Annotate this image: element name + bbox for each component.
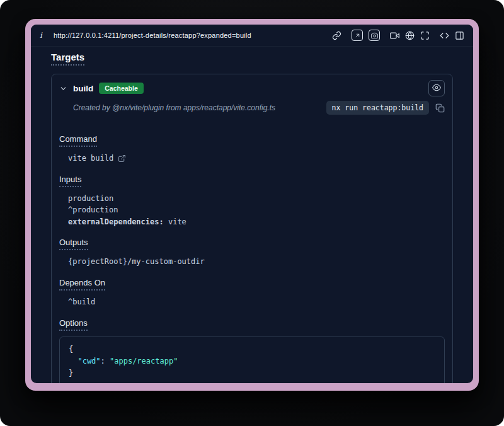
- page-content: Targets build Cacheable: [31, 47, 473, 383]
- titlebar-icons: [332, 30, 464, 41]
- eye-icon: [432, 83, 441, 94]
- json-separator: :: [101, 357, 110, 366]
- fullscreen-icon[interactable]: [420, 31, 430, 40]
- capture-icon[interactable]: [352, 30, 363, 41]
- input-item: production: [68, 193, 445, 205]
- external-dependencies-key: externalDependencies:: [68, 217, 164, 226]
- command-section: Command vite build: [59, 133, 445, 164]
- globe-icon[interactable]: [405, 31, 415, 40]
- options-label: Options: [59, 318, 88, 331]
- json-line: {: [69, 343, 435, 355]
- created-by-text: Created by @nx/vite/plugin from apps/rea…: [73, 103, 275, 112]
- json-string-value: "apps/reactapp": [110, 357, 178, 366]
- command-value: vite build: [68, 153, 113, 164]
- page-title: Targets: [51, 52, 84, 66]
- run-command-chip: nx run reactapp:build: [326, 101, 429, 115]
- json-key: "cwd": [77, 357, 100, 366]
- code-icon[interactable]: [440, 31, 449, 40]
- json-line: }: [69, 367, 435, 379]
- desktop-background: i http://127.0.0.1:4211/project-details/…: [0, 0, 504, 426]
- input-item: ^production: [68, 204, 445, 216]
- camera-icon[interactable]: [369, 30, 380, 41]
- external-link-icon[interactable]: [118, 154, 126, 163]
- target-panel-build: build Cacheable Created by @nx/vite/plug…: [51, 74, 453, 383]
- build-target-header[interactable]: build Cacheable: [52, 74, 452, 101]
- options-section: Options { "cwd": "apps/reactapp" }: [59, 317, 445, 383]
- external-dependencies-value: vite: [168, 217, 186, 226]
- video-icon[interactable]: [390, 31, 399, 40]
- link-icon[interactable]: [332, 31, 341, 40]
- output-item: {projectRoot}/my-custom-outdir: [68, 256, 445, 268]
- app-frame: i http://127.0.0.1:4211/project-details/…: [31, 25, 473, 383]
- json-line: "cwd": "apps/reactapp": [69, 355, 435, 367]
- input-item: externalDependencies:vite: [68, 216, 445, 228]
- sidebar-icon[interactable]: [455, 31, 464, 40]
- inputs-section: Inputs production ^production externalDe…: [59, 173, 445, 228]
- view-target-button[interactable]: [428, 80, 445, 96]
- info-icon: i: [40, 31, 46, 40]
- title-bar: i http://127.0.0.1:4211/project-details/…: [31, 25, 473, 47]
- options-json-block: { "cwd": "apps/reactapp" }: [59, 337, 445, 383]
- url-bar[interactable]: http://127.0.0.1:4211/project-details/re…: [54, 32, 251, 39]
- target-details: Command vite build Inputs pro: [52, 123, 452, 383]
- browser-window: i http://127.0.0.1:4211/project-details/…: [25, 19, 479, 391]
- cacheable-badge: Cacheable: [99, 83, 144, 94]
- copy-icon[interactable]: [435, 103, 445, 113]
- chevron-down-icon[interactable]: [59, 84, 67, 93]
- outputs-section: Outputs {projectRoot}/my-custom-outdir: [59, 236, 445, 268]
- depends-on-item: ^build: [68, 296, 445, 308]
- command-label: Command: [59, 134, 97, 147]
- depends-on-label: Depends On: [59, 278, 105, 291]
- target-meta-row: Created by @nx/vite/plugin from apps/rea…: [52, 101, 452, 123]
- depends-on-section: Depends On ^build: [59, 277, 445, 308]
- target-name: build: [73, 84, 93, 93]
- outputs-label: Outputs: [59, 238, 88, 250]
- inputs-label: Inputs: [59, 175, 81, 187]
